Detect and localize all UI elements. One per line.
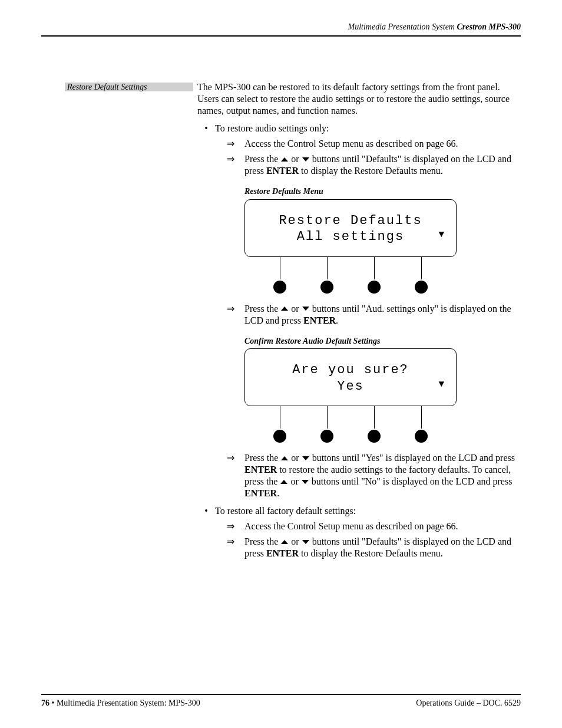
lcd-line2: All settings ▼ <box>245 229 456 245</box>
bullet-text: To restore all factory default settings: <box>215 505 521 517</box>
lcd-screen: Restore Defaults All settings ▼ <box>244 199 457 257</box>
button-dot-icon <box>273 281 286 294</box>
step-text: Press the or buttons until "Defaults" is… <box>244 536 521 559</box>
enter-label: ENTER <box>303 315 336 325</box>
step-text: Access the Control Setup menu as describ… <box>244 521 521 532</box>
softkey-3 <box>368 257 381 294</box>
footer-bullet-icon: • <box>49 699 57 707</box>
step-defaults-2: ⇒ Press the or buttons until "Defaults" … <box>227 536 521 559</box>
frag: Press the <box>244 154 280 164</box>
fig2: Are you sure? Yes ▼ <box>244 348 457 443</box>
up-triangle-icon <box>281 157 288 162</box>
enter-label: ENTER <box>244 488 277 498</box>
frag: or <box>289 536 301 546</box>
step-text: Press the or buttons until "Defaults" is… <box>244 153 521 177</box>
connector-line <box>280 257 280 279</box>
header-rule <box>41 35 521 37</box>
down-triangle-icon <box>302 307 309 311</box>
arrow-icon: ⇒ <box>227 521 244 532</box>
button-dot-icon <box>273 430 286 443</box>
intro-paragraph: The MPS-300 can be restored to its defau… <box>197 81 521 117</box>
button-dot-icon <box>368 281 381 294</box>
connector-line <box>374 257 375 279</box>
arrow-icon: ⇒ <box>227 138 244 150</box>
fig1-caption: Restore Defaults Menu <box>244 186 521 197</box>
step-text: Access the Control Setup menu as describ… <box>244 138 521 150</box>
enter-label: ENTER <box>244 465 277 475</box>
button-dot-icon <box>415 430 428 443</box>
header-right: Multimedia Presentation System Crestron … <box>348 22 521 32</box>
sidebar-text: Restore Default Settings <box>67 83 147 91</box>
arrow-icon: ⇒ <box>227 536 244 559</box>
bullet-restore-audio: • To restore audio settings only: <box>197 123 521 134</box>
lcd-connectors <box>244 257 457 294</box>
down-triangle-icon <box>302 540 309 544</box>
button-dot-icon <box>368 430 381 443</box>
frag: or <box>288 476 300 486</box>
step-access-1: ⇒ Access the Control Setup menu as descr… <box>227 138 521 150</box>
lcd-line2-text: Yes <box>337 379 364 394</box>
button-dot-icon <box>415 281 428 294</box>
down-triangle-icon <box>302 157 309 162</box>
step-text: Press the or buttons until "Aud. setting… <box>244 303 521 327</box>
footer-right: Operations Guide – DOC. 6529 <box>416 699 521 708</box>
bullet-icon: • <box>197 505 215 517</box>
button-dot-icon <box>320 430 333 443</box>
frag: Press the <box>244 304 280 314</box>
page: Multimedia Presentation System Crestron … <box>0 0 562 728</box>
enter-label: ENTER <box>266 548 299 558</box>
frag: to display the Restore Defaults menu. <box>299 548 443 558</box>
header-text: Multimedia Presentation System <box>348 22 455 31</box>
enter-label: ENTER <box>266 166 299 176</box>
bullet-icon: • <box>197 123 215 134</box>
up-triangle-icon <box>280 480 287 484</box>
step-access-2: ⇒ Access the Control Setup menu as descr… <box>227 521 521 532</box>
softkey-1 <box>273 257 286 294</box>
lcd-connectors <box>244 406 457 443</box>
arrow-icon: ⇒ <box>227 153 244 177</box>
connector-line <box>374 406 375 429</box>
down-triangle-icon <box>302 456 309 460</box>
softkey-4 <box>415 406 428 443</box>
sidebar-label: Restore Default Settings <box>65 83 193 91</box>
arrow-icon: ⇒ <box>227 303 244 327</box>
frag: Press the <box>244 453 280 463</box>
step-yes-no: ⇒ Press the or buttons until "Yes" is di… <box>227 452 521 499</box>
up-triangle-icon <box>281 307 288 311</box>
step-defaults-1: ⇒ Press the or buttons until "Defaults" … <box>227 153 521 177</box>
page-number: 76 <box>41 699 49 707</box>
up-triangle-icon <box>281 456 288 460</box>
step-text: Press the or buttons until "Yes" is disp… <box>244 452 521 499</box>
softkey-2 <box>320 406 333 443</box>
down-arrow-icon: ▼ <box>438 229 445 241</box>
button-dot-icon <box>320 281 333 294</box>
fig1: Restore Defaults All settings ▼ <box>244 199 457 294</box>
softkey-3 <box>368 406 381 443</box>
footer-left: 76 • Multimedia Presentation System: MPS… <box>41 699 200 708</box>
connector-line <box>327 406 328 429</box>
frag: buttons until "No" is displayed on the L… <box>309 476 513 486</box>
fig2-caption: Confirm Restore Audio Default Settings <box>244 336 521 347</box>
step-aud-settings: ⇒ Press the or buttons until "Aud. setti… <box>227 303 521 327</box>
frag: buttons until "Yes" is displayed on the … <box>310 453 515 463</box>
connector-line <box>421 257 422 279</box>
frag: to display the Restore Defaults menu. <box>299 166 443 176</box>
lcd-line2-text: All settings <box>297 229 404 244</box>
frag: or <box>289 154 301 164</box>
lcd-line1: Restore Defaults <box>245 213 456 229</box>
frag: or <box>289 304 301 314</box>
frag: . <box>277 488 279 498</box>
down-arrow-icon: ▼ <box>438 378 445 390</box>
connector-line <box>421 406 422 429</box>
connector-line <box>280 406 280 429</box>
bullet-text: To restore audio settings only: <box>215 123 521 134</box>
body-text: The MPS-300 can be restored to its defau… <box>197 81 521 559</box>
lcd-screen: Are you sure? Yes ▼ <box>244 348 457 406</box>
header-em: Crestron MPS-300 <box>457 22 521 31</box>
arrow-icon: ⇒ <box>227 452 244 499</box>
frag: Press the <box>244 536 280 546</box>
bullet-restore-all: • To restore all factory default setting… <box>197 505 521 517</box>
softkey-1 <box>273 406 286 443</box>
footer-left-text: Multimedia Presentation System: MPS-300 <box>57 699 200 707</box>
softkey-4 <box>415 257 428 294</box>
